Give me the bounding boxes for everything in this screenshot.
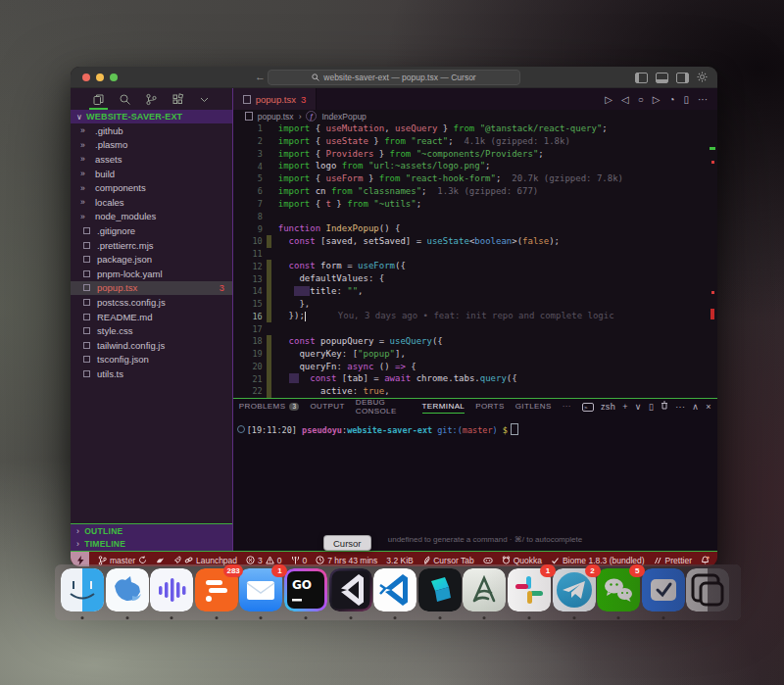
timeline-section[interactable]: › TIMELINE <box>71 538 232 552</box>
dock-reader-app-icon[interactable]: 283 <box>195 568 238 612</box>
dock-mail-icon[interactable]: 1 <box>239 568 282 612</box>
line-number: 15 <box>233 299 263 309</box>
trash-icon[interactable] <box>661 401 668 412</box>
more-icon[interactable]: ··· <box>675 402 685 412</box>
nav-back-icon[interactable]: ← <box>255 71 266 83</box>
folder-.github[interactable]: ».github <box>71 123 232 138</box>
status-extra[interactable] <box>156 557 165 564</box>
problems-summary[interactable]: 30 <box>246 556 281 565</box>
panel-tab-output[interactable]: OUTPUT <box>310 399 344 414</box>
file-package.json[interactable]: package.json <box>71 252 232 267</box>
layout-secondary-sidebar-icon[interactable] <box>676 73 689 83</box>
record-icon[interactable]: ○ <box>638 94 644 105</box>
file-pnpm-lock.yaml[interactable]: pnpm-lock.yaml <box>71 267 232 281</box>
file-tailwind.config.js[interactable]: tailwind.config.js <box>71 338 232 353</box>
biome-status[interactable]: Biome 1.8.3 (bundled) <box>551 556 645 565</box>
code-editor[interactable]: 1import { useMutation, useQuery } from "… <box>233 122 717 398</box>
terminal[interactable]: [19:11:20] pseudoyu:website-saver-ext gi… <box>233 414 717 551</box>
dock-slack-icon[interactable]: 1 <box>508 568 551 612</box>
zoom-button[interactable] <box>110 73 118 81</box>
file-README.md[interactable]: README.md <box>71 310 232 324</box>
wakatime-timer[interactable]: 7 hrs 43 mins <box>316 556 377 565</box>
tab-popup-tsx[interactable]: popup.tsx 3 <box>233 88 318 110</box>
chevron-down-icon[interactable] <box>198 93 211 106</box>
dock-telegram-icon[interactable]: 2 <box>553 568 596 612</box>
dock-goland-icon[interactable]: GO <box>284 568 327 612</box>
folder-.plasmo[interactable]: ».plasmo <box>71 138 232 153</box>
explorer-icon[interactable] <box>92 93 105 106</box>
code-line: 21 const [tab] = await chrome.tabs.query… <box>233 372 717 385</box>
file-utils.ts[interactable]: utils.ts <box>71 367 232 381</box>
close-button[interactable] <box>82 73 90 81</box>
run-timer-icon[interactable]: ◔ <box>668 94 674 105</box>
settings-gear-icon[interactable] <box>697 72 708 84</box>
folder-chevron-icon: » <box>80 197 90 207</box>
panel-tab-gitlens[interactable]: GITLENS <box>515 399 552 414</box>
dock-clipped-app-icon[interactable] <box>686 568 729 612</box>
outline-section[interactable]: › OUTLINE <box>71 524 232 538</box>
dock-finder-icon[interactable] <box>61 568 104 612</box>
breadcrumb[interactable]: popup.tsx › ƒ IndexPopup <box>233 110 717 122</box>
source-control-icon[interactable] <box>145 93 158 106</box>
file-.gitignore[interactable]: .gitignore <box>71 223 232 238</box>
dock-things-icon[interactable] <box>642 568 685 612</box>
dock-cursor-app-icon[interactable] <box>329 568 372 612</box>
panel-tab--[interactable]: ··· <box>563 399 571 414</box>
split-terminal-icon[interactable]: ▯ <box>649 402 654 412</box>
add-terminal-icon[interactable]: + <box>622 402 628 412</box>
file-popup.tsx[interactable]: popup.tsx3 <box>71 281 232 296</box>
code-text: import { t } from "~utils"; <box>278 198 421 211</box>
code-line: 9function IndexPopup() { <box>233 222 717 235</box>
panel-tab-ports[interactable]: PORTS <box>475 399 504 414</box>
search-icon[interactable] <box>119 93 131 106</box>
folder-locales[interactable]: »locales <box>71 195 232 210</box>
dock-fox-app-icon[interactable] <box>106 568 149 612</box>
maximize-panel-icon[interactable]: ∧ <box>692 402 699 412</box>
panel-tab-debug-console[interactable]: DEBUG CONSOLE <box>356 399 412 414</box>
file-.prettierrc.mjs[interactable]: .prettierrc.mjs <box>71 238 232 253</box>
cursor-window: ← → website-saver-ext — popup.tsx — Curs… <box>71 67 717 566</box>
cursor-tab[interactable]: Cursor Tab <box>433 556 473 565</box>
sidebar: ∨ WEBSITE-SAVER-EXT ».github».plasmo»ass… <box>71 88 233 551</box>
copilot-status[interactable] <box>483 557 493 564</box>
folder-node_modules[interactable]: »node_modules <box>71 210 232 224</box>
dock-audio-app-icon[interactable] <box>150 568 193 612</box>
layout-panel-icon[interactable] <box>656 73 668 83</box>
step-forward-icon[interactable]: ▷ <box>653 94 661 105</box>
quokka-status[interactable]: Quokka <box>502 556 542 565</box>
line-number: 1 <box>233 123 263 133</box>
dock-wechat-icon[interactable]: 5 <box>597 568 640 612</box>
code-line: 18 const popupQuery = useQuery({ <box>233 335 717 348</box>
layout-sidebar-icon[interactable] <box>635 73 648 83</box>
dock-vscode-icon[interactable] <box>373 568 416 612</box>
split-editor-icon[interactable]: ▯ <box>683 94 689 105</box>
gitlens-launchpad[interactable]: Launchpad <box>173 556 237 565</box>
folder-build[interactable]: »build <box>71 167 232 181</box>
terminal-icon[interactable]: >_ <box>582 402 594 412</box>
notifications-bell[interactable] <box>701 556 710 564</box>
explorer-root-folder[interactable]: ∨ WEBSITE-SAVER-EXT <box>71 110 232 123</box>
file-postcss.config.js[interactable]: postcss.config.js <box>71 295 232 310</box>
ruler-error-mark <box>711 161 714 164</box>
file-style.css[interactable]: style.css <box>71 323 232 338</box>
file-tsconfig.json[interactable]: tsconfig.json <box>71 353 232 367</box>
window-search[interactable]: website-saver-ext — popup.tsx — Cursor <box>268 70 520 85</box>
dock-arc-browser-icon[interactable] <box>463 568 506 612</box>
dock-teal-app-icon[interactable] <box>418 568 462 612</box>
step-back-icon[interactable]: ◁ <box>621 94 629 105</box>
panel-tab-terminal[interactable]: TERMINAL <box>422 399 466 414</box>
more-actions-icon[interactable]: ··· <box>698 94 708 105</box>
close-panel-icon[interactable]: × <box>706 402 711 412</box>
chevron-down-icon[interactable]: ∨ <box>635 402 642 412</box>
minimize-button[interactable] <box>96 73 104 81</box>
prettier-status[interactable]: Prettier <box>654 556 692 565</box>
panel-tab-problems[interactable]: PROBLEMS3 <box>239 399 300 414</box>
folder-components[interactable]: »components <box>71 180 232 195</box>
extensions-icon[interactable] <box>172 93 184 106</box>
run-icon[interactable]: ▷ <box>605 94 612 105</box>
feather-status[interactable] <box>422 556 430 564</box>
git-branch[interactable]: master <box>98 556 147 565</box>
broadcast-count[interactable]: 0 <box>291 556 308 565</box>
file-size[interactable]: 3.2 KiB <box>386 556 413 565</box>
folder-assets[interactable]: »assets <box>71 152 232 167</box>
